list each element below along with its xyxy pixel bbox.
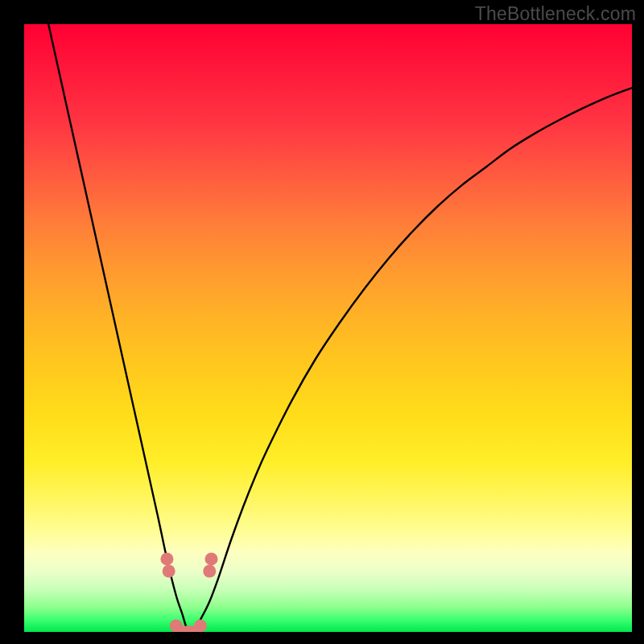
curve-markers [160,552,217,632]
curve-marker [205,552,218,565]
curve-marker [194,619,207,632]
chart-frame: TheBottleneck.com [0,0,644,644]
plot-area [24,24,632,632]
curve-marker [160,552,173,565]
watermark-text: TheBottleneck.com [475,3,636,25]
bottleneck-curve [48,24,632,632]
curve-marker [163,565,175,578]
curve-marker [203,565,216,578]
curve-layer [24,24,632,632]
